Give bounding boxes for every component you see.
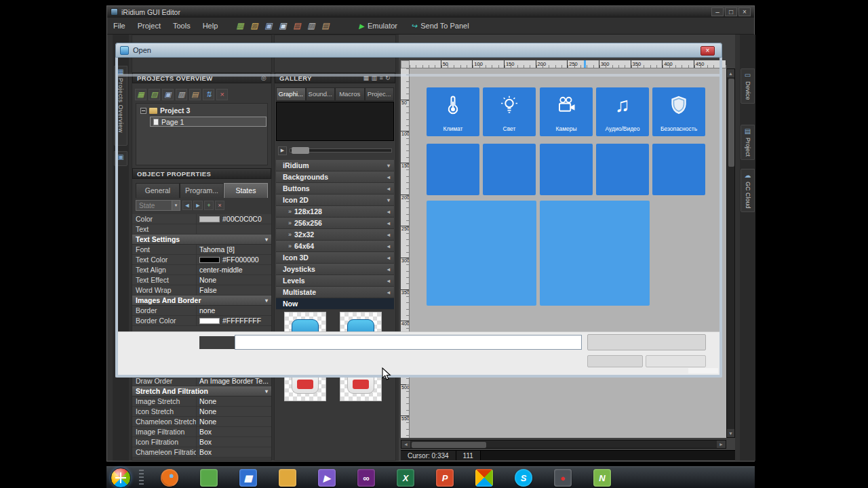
property-label: Icon Stretch [132,407,197,416]
property-label: Chameleon Filtration [132,447,197,457]
property-row[interactable]: Image Filtration Box [132,427,271,437]
cloud-icon: ☁ [745,172,751,179]
recorder-icon[interactable]: ● [554,469,572,487]
firefox-icon[interactable] [161,469,178,487]
device-tab-label: Device [745,81,751,100]
status-value: 111 [456,451,481,460]
window-title: iRidium GUI Editor [121,8,711,16]
ruler-label: 500 [401,384,410,390]
property-label: Image Stretch [132,396,197,406]
excel-icon[interactable]: X [397,469,414,487]
menu-item[interactable]: File [107,20,132,32]
project-tab[interactable]: ▤ Project [741,125,755,160]
taskbar: ▦ ▶ ∞ X P S ● N [106,466,755,488]
paste-icon[interactable]: ▤ [319,20,332,32]
scroll-up-icon[interactable]: ▲ [727,69,734,77]
visual-studio-icon[interactable]: ∞ [357,469,375,487]
menu-item[interactable]: Project [132,20,167,32]
scrollbar-thumb[interactable] [728,79,734,167]
skype-icon[interactable]: S [515,469,532,487]
property-value: None [197,417,271,426]
dialog-toolbar-ghost [118,74,719,77]
property-row[interactable]: Draw Order An Image Border Te... [132,376,271,386]
property-row[interactable]: Icon Filtration Box [132,437,271,447]
property-row[interactable]: Chameleon Filtration Box [132,447,271,458]
property-label: Image Filtration [132,427,197,436]
menubar: File Project Tools Help ▦ ▨ ▣ ▣ [107,18,754,35]
property-value: Box [197,447,271,457]
emulator-label: Emulator [368,22,397,30]
save-all-icon[interactable]: ▣ [276,20,289,32]
green-app-icon[interactable] [200,469,218,487]
dialog-icon [120,46,129,55]
export-icon[interactable]: ▤ [290,20,303,32]
open-dialog: Open × [115,43,722,378]
ruler-label: 500 [726,60,727,68]
menu-item[interactable]: Tools [167,20,197,32]
folder-icon[interactable] [279,469,296,487]
taskbar-grip[interactable] [139,470,144,486]
window-titlebar[interactable]: iRidium GUI Editor – □ × [107,6,754,18]
new-project-icon[interactable]: ▦ [233,20,246,32]
menu-item[interactable]: Help [197,20,224,32]
minimize-button[interactable]: – [711,7,724,16]
notepad-icon[interactable]: N [593,469,611,487]
document-icon: ▤ [745,128,751,135]
dialog-button-primary[interactable] [587,334,706,350]
app-icon [111,8,118,16]
dialog-titlebar[interactable]: Open × [115,43,722,58]
scrollbar-thumb[interactable] [412,442,486,448]
save-icon[interactable]: ▣ [262,20,275,32]
file-name-label-box [199,336,235,349]
property-row[interactable]: Chameleon Stretch None [132,417,271,427]
copy-icon[interactable]: ▥ [304,20,317,32]
section-stretch-filtration[interactable]: Stretch And Filtration ▾ [132,386,271,396]
open-project-icon[interactable]: ▨ [248,20,260,32]
file-name-input[interactable] [235,335,582,350]
monitor-icon: ▭ [745,72,751,79]
send-icon: ↪ [411,22,417,30]
dialog-button-secondary-1[interactable] [587,355,643,367]
ruler-label: 550 [401,415,410,422]
canvas-statusbar: Cursor: 0:334 111 [401,450,735,460]
powerpoint-icon[interactable]: P [436,469,454,487]
device-tab[interactable]: ▭ Device [741,68,755,104]
close-button[interactable]: × [738,7,751,16]
media-player-icon[interactable]: ▶ [318,469,336,487]
property-label: Icon Filtration [132,437,197,447]
chevron-down-icon: ▾ [265,386,268,396]
scroll-left-icon[interactable]: ◄ [401,441,410,448]
send-to-panel-button[interactable]: ↪ Send To Panel [411,22,469,30]
dialog-bottom-bar [118,331,719,375]
start-button[interactable] [111,468,131,488]
cursor-position: Cursor: 0:334 [401,451,456,460]
property-row[interactable]: Image Stretch None [132,396,271,407]
property-value: An Image Border Te... [197,376,271,386]
dialog-close-button[interactable]: × [701,46,715,56]
scroll-right-icon[interactable]: ► [717,441,726,448]
property-label: Chameleon Stretch [132,417,197,426]
save-tool-icon[interactable]: ▦ [239,469,257,487]
property-value: None [197,396,271,406]
play-icon: ▶ [359,22,364,30]
property-value: Box [197,427,271,436]
emulator-button[interactable]: ▶ Emulator [359,22,397,30]
office-icon[interactable] [475,469,493,487]
project-tab-label: Project [745,138,751,157]
property-value: None [197,407,271,416]
horizontal-scrollbar[interactable]: ◄ ► [401,440,726,449]
scroll-down-icon[interactable]: ▼ [727,429,734,437]
mouse-cursor [382,367,391,384]
gc-cloud-tab[interactable]: ☁ GC Cloud [741,169,755,212]
property-label: Draw Order [132,376,197,386]
property-value: Box [197,437,271,447]
dialog-title: Open [133,46,151,54]
screen: iRidium GUI Editor – □ × File Project To… [0,0,868,488]
send-to-panel-label: Send To Panel [420,22,469,30]
maximize-button[interactable]: □ [725,7,737,16]
dialog-button-secondary-2[interactable] [646,355,706,367]
gc-cloud-tab-label: GC Cloud [745,182,751,209]
vertical-scrollbar[interactable]: ▲ ▼ [726,68,735,438]
property-row[interactable]: Icon Stretch None [132,407,271,417]
dialog-resize-grip[interactable] [688,368,718,373]
